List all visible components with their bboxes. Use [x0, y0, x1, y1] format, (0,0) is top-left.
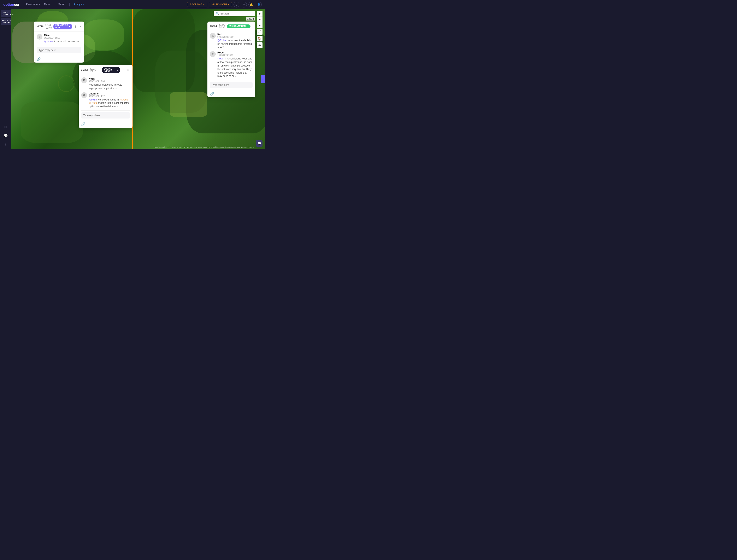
- logo: optioneer: [3, 2, 19, 7]
- nav-links: Parameters Data Setup Analysis: [26, 3, 84, 6]
- card-3-actions: ⋮ ✕: [122, 68, 130, 72]
- card-2-coords: 22.44, -52.38: [219, 24, 225, 29]
- topnav: optioneer Parameters Data Setup Analysis…: [0, 0, 265, 9]
- card-3-close-button[interactable]: ✕: [127, 68, 130, 72]
- robert-avatar: R: [210, 51, 216, 57]
- refresh-icon[interactable]: ↻: [241, 2, 247, 7]
- card-2-comment-2: R Robert 10/03/2024 18:32 @Karl it is co…: [210, 51, 253, 78]
- card-2-actions: ⋮ ✕: [252, 24, 255, 28]
- card-1-body: M Mike 09/03/2024 15:00 @Nicole in talks…: [34, 32, 84, 55]
- kezia-avatar: K: [81, 77, 87, 83]
- nav-analysis[interactable]: Analysis: [74, 3, 84, 6]
- card-3-link-icon[interactable]: 🔗: [81, 122, 85, 126]
- map-container[interactable]: MAP CONTROLS RESULTS LIBRARY ⊞ 💬 ℹ 🔍 2,0…: [0, 9, 265, 149]
- edit-button[interactable]: ✏: [257, 42, 263, 48]
- card-1-comment-1: M Mike 09/03/2024 15:00 @Nicole in talks…: [37, 34, 81, 43]
- charline-mention: @kezia: [89, 98, 97, 101]
- card-2-reply-input[interactable]: [210, 82, 253, 88]
- terrain-bottom: [21, 102, 83, 143]
- card-3-divider: [81, 110, 130, 111]
- home-button[interactable]: 🏠: [257, 36, 263, 41]
- search-input-wrap: 🔍: [214, 11, 255, 16]
- charline-avatar: C: [81, 92, 87, 98]
- card-3-id: #6564: [81, 69, 88, 71]
- scale-bar: 2,000 ft: [246, 17, 255, 21]
- save-map-button[interactable]: SAVE MAP ▾: [187, 2, 207, 7]
- comments-icon[interactable]: 💬: [2, 132, 9, 139]
- card-3-badge[interactable]: SOCIAL IMPACT ▾: [102, 67, 120, 73]
- charline-date: 08/02/2024 14:22: [89, 95, 130, 97]
- nav-divider-2: [69, 3, 70, 6]
- charline-text: @kezia we looked at this in @Option #576…: [89, 98, 130, 108]
- robert-mention: @Karl: [217, 57, 225, 60]
- map-controls-button[interactable]: MAP CONTROLS: [1, 10, 11, 17]
- card-1-coords: 32.34, -72.48: [45, 24, 52, 29]
- kezia-date: 08/02/2024 13:38: [89, 80, 130, 82]
- karl-comment: Karl 09/03/2024 16:00 @Robert what was t…: [217, 33, 253, 49]
- zoom-out-button[interactable]: −: [257, 17, 263, 22]
- card-1-more-button[interactable]: ⋮: [74, 24, 77, 29]
- results-library-button[interactable]: RESULTS LIBRARY: [1, 18, 11, 25]
- karl-author: Karl: [217, 33, 253, 36]
- card-1-footer: 🔗: [34, 55, 84, 63]
- card-2-comment-1: K Karl 09/03/2024 16:00 @Robert what was…: [210, 33, 253, 49]
- comment-card-2: #6734 22.44, -52.38 ENVIRONMENTAL ▾ ⋮ ✕ …: [208, 22, 255, 97]
- card-1-link-icon[interactable]: 🔗: [37, 57, 41, 61]
- card-1-id: #6718: [37, 25, 43, 28]
- card-2-link-icon[interactable]: 🔗: [210, 92, 214, 96]
- robert-author: Robert: [217, 51, 253, 54]
- card-3-footer: 🔗: [79, 121, 133, 128]
- comments-panel-icon[interactable]: 💬: [256, 140, 263, 147]
- mike-date: 09/03/2024 15:00: [44, 37, 81, 39]
- card-2-header: #6734 22.44, -52.38 ENVIRONMENTAL ▾ ⋮ ✕: [208, 22, 255, 31]
- karl-avatar: K: [210, 33, 216, 39]
- map-attribution: Google Landsat / Copernicus Data SIO, NO…: [11, 146, 265, 148]
- mike-mention: @Nicole: [44, 40, 54, 43]
- terrain-circle: [58, 75, 75, 92]
- charline-comment: Charline 08/02/2024 14:22 @kezia we look…: [89, 92, 130, 108]
- robert-text: @Karl it is coniferous woodland of low e…: [217, 57, 253, 78]
- left-sidebar: MAP CONTROLS RESULTS LIBRARY ⊞ 💬 ℹ: [0, 9, 11, 149]
- card-3-coords: 40.27, -77.18: [90, 68, 100, 73]
- card-3-more-button[interactable]: ⋮: [122, 68, 126, 72]
- help-icon[interactable]: ?: [234, 2, 239, 7]
- robert-comment: Robert 10/03/2024 18:32 @Karl it is coni…: [217, 51, 253, 78]
- notification-icon[interactable]: 🔔: [249, 2, 254, 7]
- search-input[interactable]: [220, 12, 253, 15]
- tilt-button[interactable]: ◈: [257, 22, 263, 28]
- card-2-body: K Karl 09/03/2024 16:00 @Robert what was…: [208, 31, 255, 90]
- card-3-body: K Kezia 08/02/2024 13:38 Residential are…: [79, 75, 133, 121]
- robert-date: 10/03/2024 18:32: [217, 54, 253, 56]
- card-2-divider: [210, 80, 253, 80]
- card-3-comment-2: C Charline 08/02/2024 14:22 @kezia we lo…: [81, 92, 130, 108]
- zoom-in-button[interactable]: +: [257, 11, 263, 17]
- right-map-controls: + − ◈ ⛶ 🏠 ✏: [257, 11, 263, 48]
- karl-mention: @Robert: [217, 39, 227, 42]
- kezia-author: Kezia: [89, 77, 130, 80]
- nav-data[interactable]: Data: [44, 3, 50, 6]
- card-3-reply-input[interactable]: [81, 112, 130, 119]
- karl-date: 09/03/2024 16:00: [217, 36, 253, 38]
- search-bar: 🔍: [214, 11, 255, 16]
- info-icon[interactable]: ℹ: [2, 141, 9, 148]
- kd-flyover-button[interactable]: KD FLYOVER ▾: [209, 2, 232, 7]
- grid-icon[interactable]: ⊞: [2, 123, 9, 130]
- mike-comment: Mike 09/03/2024 15:00 @Nicole in talks w…: [44, 34, 81, 43]
- user-icon[interactable]: 👤: [256, 2, 262, 7]
- fullscreen-button[interactable]: ⛶: [257, 29, 263, 35]
- collapse-sidebar-tab[interactable]: ‹: [261, 75, 265, 83]
- mike-avatar: M: [37, 34, 42, 40]
- search-icon: 🔍: [216, 12, 219, 15]
- card-1-reply-input[interactable]: [37, 47, 81, 53]
- card-1-badge[interactable]: PERMITTING RISK ▾: [53, 24, 72, 29]
- card-3-comment-1: K Kezia 08/02/2024 13:38 Residential are…: [81, 77, 130, 90]
- nav-buttons: SAVE MAP ▾ KD FLYOVER ▾ ? ↻ 🔔 👤: [187, 2, 262, 7]
- card-1-actions: ⋮ ✕: [74, 24, 82, 29]
- card-2-badge[interactable]: ENVIRONMENTAL ▾: [227, 24, 251, 28]
- zoom-controls: + − ◈: [257, 11, 263, 28]
- nav-parameters[interactable]: Parameters: [26, 3, 40, 6]
- nav-setup[interactable]: Setup: [58, 3, 65, 6]
- card-1-close-button[interactable]: ✕: [79, 24, 82, 29]
- charline-author: Charline: [89, 92, 130, 95]
- card-2-more-button[interactable]: ⋮: [252, 24, 255, 28]
